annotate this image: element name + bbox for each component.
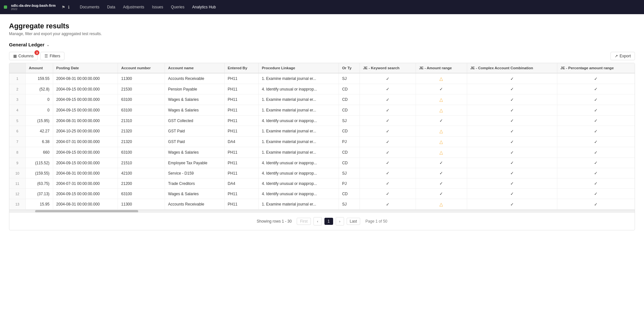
columns-label: Columns (18, 54, 34, 58)
check-icon: ✓ (386, 171, 389, 176)
je-complex-cell: ✓ (467, 73, 557, 84)
pagination-page-1[interactable]: 1 (324, 218, 333, 225)
je-complex-cell: ✓ (467, 137, 557, 147)
je-amount-cell: △ (416, 94, 467, 105)
info-icon[interactable]: ℹ (68, 5, 70, 10)
filters-icon: ☰ (44, 54, 48, 58)
nav-queries[interactable]: Queries (168, 4, 188, 11)
amount-cell: (52.8) (25, 84, 53, 94)
toolbar-left: ▦ Columns 3 ☰ Filters (9, 52, 64, 60)
entered-by-cell: PH11 (224, 189, 258, 199)
pagination-next[interactable]: › (336, 217, 344, 225)
je-complex-cell: ✓ (467, 147, 557, 158)
account-name-cell: GST Paid (165, 126, 224, 137)
warning-icon: △ (439, 150, 443, 155)
procedure-linkage-cell: 1. Examine material journal er... (258, 126, 339, 137)
columns-button[interactable]: ▦ Columns 3 (9, 52, 38, 60)
flag-icon[interactable]: ⚑ (62, 5, 65, 10)
col-header-account-number[interactable]: Account number (118, 63, 165, 73)
check-icon: ✓ (510, 191, 514, 196)
col-header-je-percentage[interactable]: JE - Percentage amount range (557, 63, 635, 73)
table-row: 10 (159.55) 2004-08-31 00:00:00.000 4210… (9, 168, 635, 178)
check-icon: ✓ (594, 150, 598, 155)
check-icon: ✓ (594, 191, 598, 196)
nav-issues[interactable]: Issues (149, 4, 167, 11)
data-table-container: Amount Posting Date Account number Accou… (9, 63, 635, 230)
je-amount-cell: ✓ (416, 158, 467, 168)
procedure-linkage-cell: 1. Examine material journal er... (258, 147, 339, 158)
check-icon: ✓ (386, 108, 389, 113)
row-num-cell: 4 (9, 105, 25, 116)
je-percentage-cell: ✓ (557, 116, 635, 126)
check-icon: ✓ (386, 76, 389, 81)
export-button[interactable]: ↗ Export (610, 52, 635, 60)
nav-analytics-hub[interactable]: Analytics Hub (189, 4, 219, 11)
col-header-account-name[interactable]: Account name (165, 63, 224, 73)
je-amount-cell: △ (416, 137, 467, 147)
account-number-cell: 63100 (118, 147, 165, 158)
pagination-showing: Showing rows 1 - 30 (257, 219, 292, 224)
col-header-procedure-linkage[interactable]: Procedure Linkage (258, 63, 339, 73)
posting-date-cell: 2004-09-15 00:00:00.000 (53, 147, 118, 158)
filters-button[interactable]: ☰ Filters (40, 52, 64, 60)
entered-by-cell: PH11 (224, 126, 258, 137)
nav-adjustments[interactable]: Adjustments (120, 4, 148, 11)
check-icon: ✓ (510, 76, 514, 81)
or-ty-cell: CD (339, 147, 360, 158)
data-table: Amount Posting Date Account number Accou… (9, 63, 635, 210)
pagination-last[interactable]: Last (347, 218, 360, 225)
brand-year: 2022 (11, 7, 17, 11)
col-header-je-amount[interactable]: JE - Amount range (416, 63, 467, 73)
amount-cell: (63.75) (25, 178, 53, 189)
pagination-prev[interactable]: ‹ (313, 217, 322, 225)
account-name-cell: Employee Tax Payable (165, 158, 224, 168)
filters-label: Filters (50, 54, 60, 58)
or-ty-cell: CD (339, 189, 360, 199)
je-keyword-cell: ✓ (360, 199, 416, 210)
col-header-je-keyword[interactable]: JE - Keyword search (360, 63, 416, 73)
horizontal-scrollbar[interactable] (9, 210, 635, 212)
or-ty-cell: SJ (339, 116, 360, 126)
pagination-first[interactable]: First (297, 218, 311, 225)
posting-date-cell: 2004-09-15 00:00:00.000 (53, 105, 118, 116)
je-complex-cell: ✓ (467, 116, 557, 126)
je-percentage-cell: ✓ (557, 94, 635, 105)
col-header-je-complex[interactable]: JE - Complex Account Combination (467, 63, 557, 73)
amount-cell: 0 (25, 94, 53, 105)
warning-icon: △ (439, 108, 443, 113)
posting-date-cell: 2004-08-31 00:00:00.000 (53, 116, 118, 126)
nav-documents[interactable]: Documents (77, 4, 103, 11)
entered-by-cell: PH11 (224, 199, 258, 210)
row-num-cell: 10 (9, 168, 25, 178)
je-percentage-cell: ✓ (557, 126, 635, 137)
col-header-or-ty[interactable]: Or Ty (339, 63, 360, 73)
entered-by-cell: PH11 (224, 94, 258, 105)
posting-date-cell: 2004-09-15 00:00:00.000 (53, 158, 118, 168)
table-row: 5 (15.95) 2004-08-31 00:00:00.000 21310 … (9, 116, 635, 126)
warning-icon: △ (439, 76, 443, 81)
chevron-down-icon[interactable]: ⌄ (46, 43, 50, 47)
posting-date-cell: 2004-07-31 00:00:00.000 (53, 137, 118, 147)
account-number-cell: 21310 (118, 116, 165, 126)
je-amount-cell: ✓ (416, 189, 467, 199)
check-icon: ✓ (594, 171, 598, 176)
or-ty-cell: CD (339, 94, 360, 105)
col-header-posting-date[interactable]: Posting Date (53, 63, 118, 73)
procedure-linkage-cell: 1. Examine material journal er... (258, 73, 339, 84)
table-row: 2 (52.8) 2004-09-15 00:00:00.000 21530 P… (9, 84, 635, 94)
account-number-cell: 63100 (118, 94, 165, 105)
je-amount-cell: △ (416, 126, 467, 137)
amount-cell: (159.55) (25, 168, 53, 178)
col-header-amount[interactable]: Amount (25, 63, 53, 73)
account-name-cell: Accounts Receivable (165, 73, 224, 84)
je-keyword-cell: ✓ (360, 105, 416, 116)
check-icon: ✓ (510, 181, 514, 186)
col-header-entered-by[interactable]: Entered By (224, 63, 258, 73)
nav-data[interactable]: Data (104, 4, 118, 11)
or-ty-cell: SJ (339, 199, 360, 210)
posting-date-cell: 2004-07-31 00:00:00.000 (53, 178, 118, 189)
account-number-cell: 21510 (118, 158, 165, 168)
posting-date-cell: 2004-10-25 00:00:00.000 (53, 126, 118, 137)
entered-by-cell: PH11 (224, 105, 258, 116)
je-percentage-cell: ✓ (557, 84, 635, 94)
